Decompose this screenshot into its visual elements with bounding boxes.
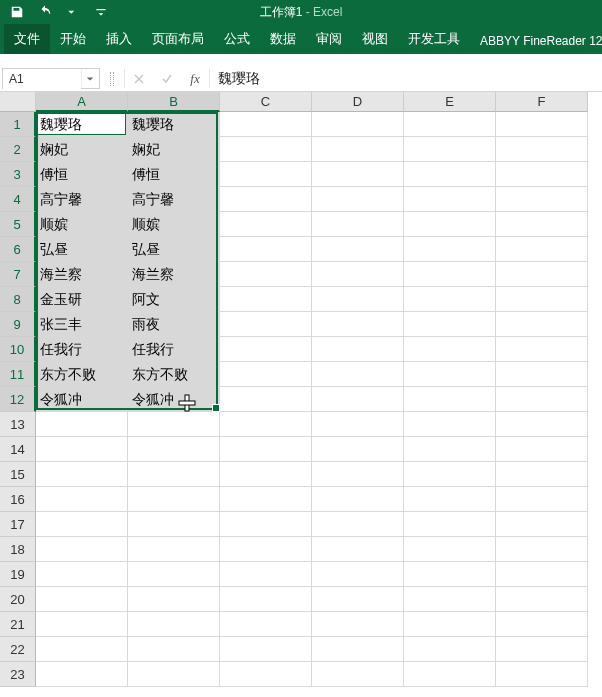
column-header-D[interactable]: D [312,92,404,112]
row-header-12[interactable]: 12 [0,387,36,412]
cell-B11[interactable]: 东方不败 [128,362,220,387]
row-header-22[interactable]: 22 [0,637,36,662]
cell-F17[interactable] [496,512,588,537]
cell-D23[interactable] [312,662,404,687]
cell-B22[interactable] [128,637,220,662]
cell-F21[interactable] [496,612,588,637]
cell-C9[interactable] [220,312,312,337]
cell-B20[interactable] [128,587,220,612]
cell-F2[interactable] [496,137,588,162]
cell-D16[interactable] [312,487,404,512]
cell-C17[interactable] [220,512,312,537]
cell-C2[interactable] [220,137,312,162]
column-header-C[interactable]: C [220,92,312,112]
cell-B3[interactable]: 傅恒 [128,162,220,187]
cell-F22[interactable] [496,637,588,662]
cell-A15[interactable] [36,462,128,487]
cell-C20[interactable] [220,587,312,612]
cell-A21[interactable] [36,612,128,637]
column-header-A[interactable]: A [36,92,128,112]
tab-file[interactable]: 文件 [4,24,50,54]
row-header-21[interactable]: 21 [0,612,36,637]
cell-A7[interactable]: 海兰察 [36,262,128,287]
row-header-1[interactable]: 1 [0,112,36,137]
cell-A3[interactable]: 傅恒 [36,162,128,187]
row-header-9[interactable]: 9 [0,312,36,337]
cell-B2[interactable]: 娴妃 [128,137,220,162]
cell-E17[interactable] [404,512,496,537]
cell-E10[interactable] [404,337,496,362]
undo-icon[interactable] [34,2,56,22]
row-header-8[interactable]: 8 [0,287,36,312]
cell-C13[interactable] [220,412,312,437]
cell-A2[interactable]: 娴妃 [36,137,128,162]
cell-F1[interactable] [496,112,588,137]
cell-B12[interactable]: 令狐冲 [128,387,220,412]
row-header-13[interactable]: 13 [0,412,36,437]
row-header-10[interactable]: 10 [0,337,36,362]
tab-formulas[interactable]: 公式 [214,24,260,54]
cell-C1[interactable] [220,112,312,137]
cell-D19[interactable] [312,562,404,587]
cell-D14[interactable] [312,437,404,462]
tab-dev[interactable]: 开发工具 [398,24,470,54]
cell-B7[interactable]: 海兰察 [128,262,220,287]
cell-A8[interactable]: 金玉研 [36,287,128,312]
row-header-5[interactable]: 5 [0,212,36,237]
insert-function-icon[interactable]: fx [181,66,209,91]
cell-B16[interactable] [128,487,220,512]
cell-F5[interactable] [496,212,588,237]
cell-D20[interactable] [312,587,404,612]
tab-layout[interactable]: 页面布局 [142,24,214,54]
cell-F4[interactable] [496,187,588,212]
row-header-7[interactable]: 7 [0,262,36,287]
cell-F18[interactable] [496,537,588,562]
cell-F20[interactable] [496,587,588,612]
cell-E12[interactable] [404,387,496,412]
cell-C18[interactable] [220,537,312,562]
cell-E16[interactable] [404,487,496,512]
cell-A10[interactable]: 任我行 [36,337,128,362]
cell-C19[interactable] [220,562,312,587]
cell-C10[interactable] [220,337,312,362]
cell-B4[interactable]: 高宁馨 [128,187,220,212]
cell-B13[interactable] [128,412,220,437]
cell-E21[interactable] [404,612,496,637]
tab-abbyy[interactable]: ABBYY FineReader 12 [470,28,602,54]
cell-A22[interactable] [36,637,128,662]
cell-F8[interactable] [496,287,588,312]
row-header-18[interactable]: 18 [0,537,36,562]
cell-E3[interactable] [404,162,496,187]
cell-D4[interactable] [312,187,404,212]
name-box-input[interactable] [3,69,81,89]
cell-E9[interactable] [404,312,496,337]
cell-F23[interactable] [496,662,588,687]
cell-B1[interactable]: 魏璎珞 [128,112,220,137]
cell-C8[interactable] [220,287,312,312]
row-header-2[interactable]: 2 [0,137,36,162]
cell-A14[interactable] [36,437,128,462]
formula-bar-resize-handle[interactable] [100,66,124,91]
select-all-corner[interactable] [0,92,36,112]
cell-B14[interactable] [128,437,220,462]
cell-A19[interactable] [36,562,128,587]
row-header-20[interactable]: 20 [0,587,36,612]
cell-E8[interactable] [404,287,496,312]
cell-A23[interactable] [36,662,128,687]
cell-C16[interactable] [220,487,312,512]
cell-C23[interactable] [220,662,312,687]
cell-D9[interactable] [312,312,404,337]
column-header-F[interactable]: F [496,92,588,112]
tab-review[interactable]: 审阅 [306,24,352,54]
row-header-17[interactable]: 17 [0,512,36,537]
cell-D7[interactable] [312,262,404,287]
name-box[interactable] [2,68,100,89]
cell-A1[interactable]: 魏璎珞 [36,112,128,137]
cell-F15[interactable] [496,462,588,487]
cell-C7[interactable] [220,262,312,287]
cell-B18[interactable] [128,537,220,562]
cell-C5[interactable] [220,212,312,237]
cell-D5[interactable] [312,212,404,237]
row-header-19[interactable]: 19 [0,562,36,587]
row-header-11[interactable]: 11 [0,362,36,387]
